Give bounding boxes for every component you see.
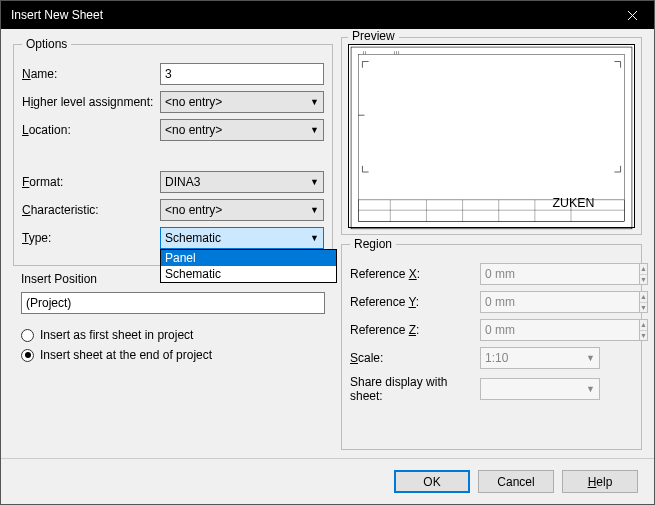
button-bar: OK Cancel Help (1, 458, 654, 504)
ok-button[interactable]: OK (394, 470, 470, 493)
type-label: Type: (22, 231, 160, 245)
type-select[interactable]: Schematic ▼ (160, 227, 324, 249)
spin-down-icon[interactable]: ▼ (640, 303, 647, 313)
chevron-down-icon: ▼ (310, 233, 319, 243)
right-column: Preview (341, 37, 642, 458)
location-select[interactable]: <no entry> ▼ (160, 119, 324, 141)
chevron-down-icon: ▼ (586, 384, 595, 394)
radio-first-row[interactable]: Insert as first sheet in project (21, 328, 325, 342)
chevron-down-icon: ▼ (310, 125, 319, 135)
characteristic-label: Characteristic: (22, 203, 160, 217)
preview-legend: Preview (348, 29, 399, 43)
radio-end-label: Insert sheet at the end of project (40, 348, 212, 362)
spin-up-icon[interactable]: ▲ (640, 320, 647, 331)
ref-y-label: Reference Y: (350, 295, 480, 309)
type-dropdown-list: Panel Schematic (160, 249, 337, 283)
options-group: Options Name: Higher level assignment: <… (13, 37, 333, 266)
ref-z-value (480, 319, 640, 341)
ref-y-spinner[interactable]: ▲▼ (480, 291, 600, 313)
preview-group: Preview (341, 37, 642, 235)
name-input[interactable] (160, 63, 324, 85)
characteristic-value: <no entry> (165, 203, 222, 217)
higher-level-select[interactable]: <no entry> ▼ (160, 91, 324, 113)
dialog-window: Insert New Sheet Options Name: Higher le… (0, 0, 655, 505)
spin-down-icon[interactable]: ▼ (640, 331, 647, 341)
radio-icon (21, 329, 34, 342)
content-area: Options Name: Higher level assignment: <… (1, 29, 654, 458)
higher-level-label: Higher level assignment: (22, 95, 160, 109)
scale-select[interactable]: 1:10 ▼ (480, 347, 600, 369)
format-value: DINA3 (165, 175, 200, 189)
close-icon (627, 10, 638, 21)
options-legend: Options (22, 37, 71, 51)
type-option-schematic[interactable]: Schematic (161, 266, 336, 282)
close-button[interactable] (610, 1, 654, 29)
drawing-icon: ZUKEN (349, 45, 634, 231)
titlebar: Insert New Sheet (1, 1, 654, 29)
preview-brand: ZUKEN (552, 196, 594, 210)
format-label: Format: (22, 175, 160, 189)
location-label: Location: (22, 123, 160, 137)
location-value: <no entry> (165, 123, 222, 137)
chevron-down-icon: ▼ (586, 353, 595, 363)
spin-down-icon[interactable]: ▼ (640, 275, 647, 285)
share-label: Share display with sheet: (350, 375, 480, 403)
cancel-button[interactable]: Cancel (478, 470, 554, 493)
spin-up-icon[interactable]: ▲ (640, 264, 647, 275)
type-option-panel[interactable]: Panel (161, 250, 336, 266)
scale-label: Scale: (350, 351, 480, 365)
help-button[interactable]: Help (562, 470, 638, 493)
region-group: Region Reference X: ▲▼ Reference Y: (341, 237, 642, 450)
ref-x-value (480, 263, 640, 285)
ref-z-spinner[interactable]: ▲▼ (480, 319, 600, 341)
share-select[interactable]: ▼ (480, 378, 600, 400)
chevron-down-icon: ▼ (310, 177, 319, 187)
project-display (21, 292, 325, 314)
region-legend: Region (350, 237, 396, 251)
ref-x-label: Reference X: (350, 267, 480, 281)
chevron-down-icon: ▼ (310, 205, 319, 215)
type-value: Schematic (165, 231, 221, 245)
scale-value: 1:10 (485, 351, 508, 365)
window-title: Insert New Sheet (11, 8, 610, 22)
name-label: Name: (22, 67, 160, 81)
spin-up-icon[interactable]: ▲ (640, 292, 647, 303)
chevron-down-icon: ▼ (310, 97, 319, 107)
ref-z-label: Reference Z: (350, 323, 480, 337)
insert-position-group: Insert Position Insert as first sheet in… (13, 270, 333, 368)
left-column: Options Name: Higher level assignment: <… (13, 37, 333, 458)
radio-end-row[interactable]: Insert sheet at the end of project (21, 348, 325, 362)
characteristic-select[interactable]: <no entry> ▼ (160, 199, 324, 221)
preview-canvas: ZUKEN (348, 44, 635, 228)
higher-level-value: <no entry> (165, 95, 222, 109)
radio-first-label: Insert as first sheet in project (40, 328, 193, 342)
format-select[interactable]: DINA3 ▼ (160, 171, 324, 193)
ref-x-spinner[interactable]: ▲▼ (480, 263, 600, 285)
radio-icon (21, 349, 34, 362)
ref-y-value (480, 291, 640, 313)
